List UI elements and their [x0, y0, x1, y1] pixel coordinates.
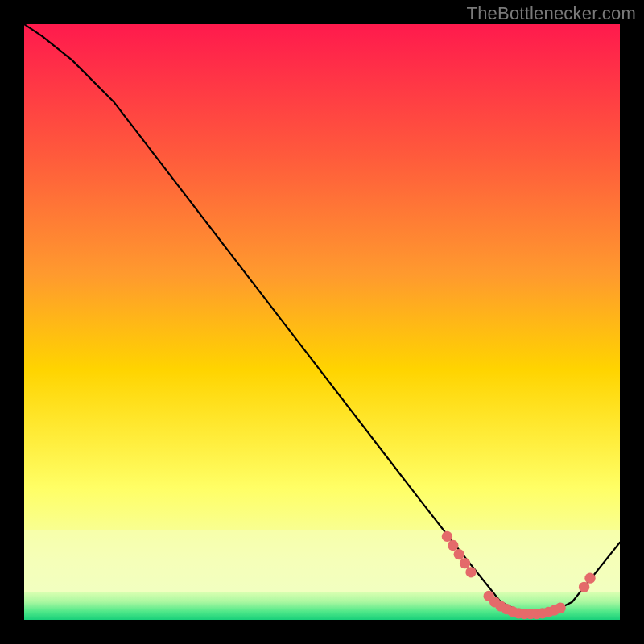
chart-lower-band [24, 530, 620, 592]
chart-marker-dot [460, 558, 470, 568]
chart-marker-dot [448, 540, 458, 551]
chart-marker-dot [555, 603, 565, 613]
chart-stage: TheBottlenecker.com [0, 0, 644, 644]
watermark-text: TheBottlenecker.com [467, 3, 636, 24]
chart-marker-dot [579, 582, 589, 592]
chart-marker-dot [454, 549, 464, 559]
chart-marker-dot [465, 567, 476, 577]
chart-plot-area [24, 24, 620, 620]
chart-svg [24, 24, 620, 620]
chart-marker-dot [442, 531, 452, 542]
chart-marker-dot [584, 573, 595, 584]
